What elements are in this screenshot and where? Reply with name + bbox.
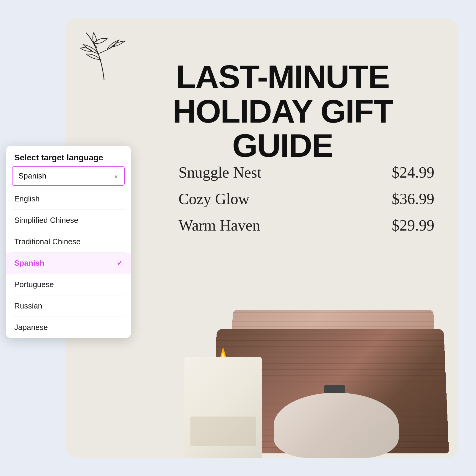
selected-language-value: Spanish	[18, 171, 46, 181]
chevron-down-icon: ∨	[114, 173, 118, 180]
main-title-line2: HOLIDAY GIFT GUIDE	[125, 94, 440, 163]
option-english-label: English	[14, 194, 40, 203]
language-options-list: English Simplified Chinese Traditional C…	[6, 188, 131, 338]
option-simplified-chinese[interactable]: Simplified Chinese	[6, 210, 131, 231]
main-title-line1: LAST-MINUTE	[125, 60, 440, 94]
option-japanese[interactable]: Japanese	[6, 317, 131, 338]
product-item-1: Snuggle Nest $24.99	[178, 164, 434, 181]
candle-body	[184, 357, 262, 458]
product-name-3: Warm Haven	[178, 217, 260, 234]
product-name-2: Cozy Glow	[178, 190, 249, 208]
option-spanish-label: Spanish	[14, 259, 44, 268]
product-price-1: $24.99	[392, 164, 434, 181]
option-traditional-chinese[interactable]: Traditional Chinese	[6, 231, 131, 252]
option-russian-label: Russian	[14, 301, 42, 311]
option-portuguese[interactable]: Portuguese	[6, 274, 131, 295]
product-price-3: $29.99	[392, 217, 434, 234]
language-selector-dropdown: Select target language Spanish ∨ English…	[6, 146, 131, 338]
option-traditional-chinese-label: Traditional Chinese	[14, 237, 81, 246]
candle	[184, 345, 262, 458]
product-item-3: Warm Haven $29.99	[178, 217, 434, 234]
product-item-2: Cozy Glow $36.99	[178, 190, 434, 208]
product-image-area	[125, 265, 458, 458]
product-price-2: $36.99	[392, 190, 434, 208]
leaf-decoration	[77, 30, 131, 83]
option-portuguese-label: Portuguese	[14, 280, 54, 289]
product-list: Snuggle Nest $24.99 Cozy Glow $36.99 War…	[178, 164, 434, 243]
option-spanish[interactable]: Spanish ✓	[6, 253, 131, 274]
option-simplified-chinese-label: Simplified Chinese	[14, 216, 78, 225]
title-section: LAST-MINUTE HOLIDAY GIFT GUIDE	[125, 60, 440, 163]
pillow-shape	[274, 393, 399, 458]
product-name-1: Snuggle Nest	[178, 164, 262, 181]
option-japanese-label: Japanese	[14, 323, 48, 332]
check-icon: ✓	[117, 259, 123, 267]
dropdown-label: Select target language	[6, 146, 131, 166]
option-english[interactable]: English	[6, 188, 131, 209]
candle-label-area	[190, 416, 256, 446]
option-russian[interactable]: Russian	[6, 295, 131, 317]
language-select-box[interactable]: Spanish ∨	[12, 166, 125, 186]
